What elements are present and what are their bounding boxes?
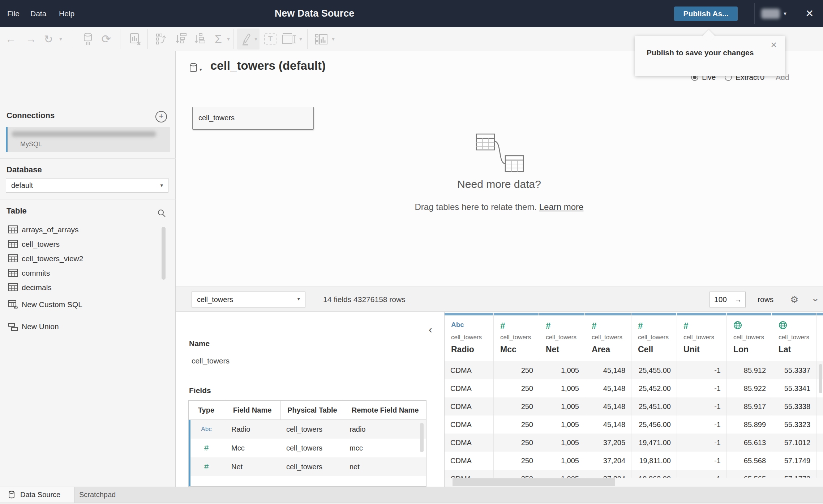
fit-width-icon[interactable] — [280, 30, 297, 48]
user-menu-caret-icon[interactable]: ▾ — [784, 0, 786, 27]
data-source-cylinder-icon[interactable] — [189, 63, 198, 74]
refresh-icon[interactable]: ⟳ — [98, 30, 114, 48]
forward-icon[interactable]: → — [23, 30, 39, 48]
show-me-glyph — [315, 33, 328, 45]
toolbar-separator — [147, 29, 148, 49]
rows-label: rows — [758, 287, 773, 312]
fields-rows-summary: 14 fields 43276158 rows — [323, 287, 406, 312]
grid-column-net[interactable]: # cell_towers Net — [539, 313, 585, 361]
grid-column-lat[interactable]: cell_towers Lat — [772, 313, 816, 361]
field-row-net[interactable]: # Net cell_towers net — [189, 457, 426, 476]
status-strip — [0, 503, 823, 504]
new-custom-sql-button[interactable]: New Custom SQL — [0, 298, 159, 313]
sort-descending-icon[interactable] — [192, 30, 207, 48]
data-preview-grid: Abc cell_towers Radio # cell_towers Mcc … — [445, 312, 823, 487]
cylinder-pause-icon — [83, 33, 94, 46]
number-type-icon: # — [683, 321, 688, 330]
fields-table-scrollbar[interactable] — [420, 423, 424, 452]
grid-row[interactable]: CDMA 250 1,005 45,148 25,456.00 -1 85.89… — [445, 415, 823, 434]
table-icon — [8, 254, 18, 262]
add-connection-icon[interactable]: + — [155, 111, 167, 122]
data-source-pause-icon[interactable] — [80, 30, 96, 48]
row-count-input[interactable]: 100 → — [710, 292, 746, 307]
topbar-divider — [754, 3, 755, 24]
grid-horizontal-scrollbar[interactable] — [453, 478, 615, 486]
search-icon[interactable] — [157, 208, 166, 218]
application-window: File Data Help New Data Source Publish A… — [0, 0, 823, 504]
chevron-down-icon[interactable]: ⌄ — [811, 285, 819, 311]
connection-item[interactable]: MySQL — [6, 127, 170, 152]
apply-row-count-icon[interactable]: → — [734, 292, 742, 307]
grid-column-unit[interactable]: # cell_towers Unit — [677, 313, 727, 361]
tab-scratchpad[interactable]: Scratchpad — [74, 487, 219, 503]
topbar-divider — [795, 3, 795, 24]
grid-column-cell[interactable]: # cell_towers Cell — [631, 313, 677, 361]
sidebar-item-decimals[interactable]: decimals — [0, 280, 159, 295]
totals-icon[interactable]: Σ — [211, 30, 226, 48]
grid-row[interactable]: CDMA 250 1,005 45,148 25,452.00 -1 85.92… — [445, 379, 823, 397]
grid-toolbar: cell_towers ▾ 14 fields 43276158 rows 10… — [176, 287, 823, 312]
table-icon — [8, 269, 18, 277]
database-select[interactable]: default ▾ — [6, 178, 168, 193]
table-node-cell-towers[interactable]: cell_towers — [192, 107, 314, 130]
grid-column-mcc[interactable]: # cell_towers Mcc — [494, 313, 539, 361]
field-row-radio[interactable]: Abc Radio cell_towers radio — [189, 420, 426, 439]
field-row-partial[interactable] — [189, 476, 426, 486]
database-heading: Database — [7, 165, 42, 175]
show-me-caret-icon[interactable]: ▾ — [330, 30, 335, 48]
collapse-panel-icon[interactable]: ‹ — [429, 323, 432, 336]
table-select[interactable]: cell_towers ▾ — [192, 292, 305, 307]
window-title: New Data Source — [275, 0, 355, 27]
number-type-icon: # — [592, 321, 596, 330]
grid-column-radio[interactable]: Abc cell_towers Radio — [445, 313, 494, 361]
globe-icon — [733, 321, 742, 330]
grid-column-lon[interactable]: cell_towers Lon — [727, 313, 772, 361]
grid-column-area[interactable]: # cell_towers Area — [585, 313, 631, 361]
learn-more-link[interactable]: Learn more — [539, 202, 584, 212]
sidebar-item-cell-towers[interactable]: cell_towers — [0, 237, 159, 251]
tab-data-source[interactable]: Data Source — [0, 487, 74, 503]
grid-row[interactable]: CDMA 250 1,005 37,204 19,811.00 -1 65.56… — [445, 452, 823, 470]
close-icon[interactable]: ✕ — [805, 0, 814, 27]
sidebar-scrollbar[interactable] — [162, 227, 166, 280]
sidebar-item-arrays-of-arrays[interactable]: arrays_of_arrays — [0, 223, 159, 237]
undo-icon[interactable]: ← — [3, 30, 19, 48]
sidebar-item-cell-towers-view2[interactable]: cell_towers_view2 — [0, 251, 159, 266]
publish-tooltip: Publish to save your changes ✕ — [635, 36, 785, 76]
highlight-pen-icon[interactable] — [239, 30, 253, 48]
gear-icon[interactable]: ⚙ — [790, 287, 798, 312]
grid-row[interactable]: CDMA 250 1,005 45,148 25,451.00 -1 85.91… — [445, 397, 823, 415]
publish-as-button[interactable]: Publish As... — [674, 7, 738, 21]
replay-icon[interactable]: ↻ — [40, 30, 56, 48]
table-heading: Table — [7, 206, 27, 216]
clear-sheet-icon[interactable] — [127, 30, 143, 48]
menu-file[interactable]: File — [7, 0, 20, 27]
text-tool-icon[interactable]: T — [262, 30, 278, 48]
menu-help[interactable]: Help — [59, 0, 74, 27]
fit-caret-icon[interactable]: ▾ — [297, 30, 303, 48]
relate-tables-illustration — [476, 133, 524, 175]
menu-data[interactable]: Data — [30, 0, 46, 27]
show-me-panel-icon[interactable] — [313, 30, 330, 48]
name-field[interactable]: cell_towers — [192, 357, 230, 365]
fields-col-field: Field Name — [224, 401, 281, 419]
user-avatar[interactable] — [761, 9, 780, 19]
sort-ascending-icon[interactable] — [173, 30, 189, 48]
sidebar: Connections + MySQL Database default ▾ T… — [0, 51, 176, 487]
sidebar-divider — [0, 158, 176, 159]
toolbar-separator — [74, 29, 74, 49]
new-union-button[interactable]: New Union — [0, 320, 159, 335]
data-source-caret-icon[interactable]: ▾ — [200, 67, 202, 72]
grid-row[interactable]: CDMA 250 1,005 45,148 25,455.00 -1 85.91… — [445, 361, 823, 379]
custom-sql-icon — [8, 300, 18, 310]
sidebar-item-commits[interactable]: commits — [0, 266, 159, 280]
grid-row[interactable]: CDMA 250 1,005 37,205 19,471.00 -1 65.61… — [445, 434, 823, 452]
group-members-icon[interactable] — [153, 30, 169, 48]
grid-column-partial[interactable] — [816, 313, 823, 361]
field-row-mcc[interactable]: # Mcc cell_towers mcc — [189, 439, 426, 457]
grid-vertical-scrollbar[interactable] — [819, 364, 822, 393]
tooltip-close-icon[interactable]: ✕ — [771, 40, 777, 50]
replay-caret-icon[interactable]: ▾ — [57, 30, 63, 48]
totals-caret-icon[interactable]: ▾ — [225, 30, 231, 48]
highlight-caret-icon[interactable]: ▾ — [252, 30, 258, 48]
